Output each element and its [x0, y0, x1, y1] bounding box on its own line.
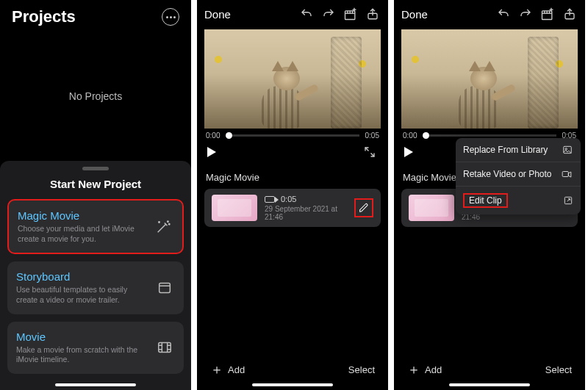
start-new-project-sheet: Start New Project Magic Movie Choose you… — [0, 161, 191, 390]
clip-thumbnail — [212, 195, 257, 221]
wand-icon — [153, 217, 173, 237]
select-button[interactable]: Select — [545, 364, 572, 375]
decoration — [331, 37, 362, 129]
decoration — [528, 37, 559, 129]
photo-icon — [562, 145, 573, 155]
home-indicator[interactable] — [252, 383, 333, 386]
add-label: Add — [228, 364, 245, 375]
time-start: 0:00 — [403, 131, 417, 140]
clip-date: 29 September 2021 at 21:46 — [265, 205, 347, 221]
phone-editor-menu: Done — [394, 0, 585, 390]
done-button[interactable]: Done — [204, 8, 231, 21]
undo-icon[interactable] — [298, 6, 315, 22]
decoration — [445, 62, 512, 129]
home-indicator[interactable] — [449, 383, 530, 386]
menu-label: Edit Clip — [463, 193, 508, 208]
camera-icon — [560, 169, 573, 179]
card-movie-title: Movie — [16, 331, 147, 343]
video-icon — [265, 196, 275, 203]
editor-header: Done — [394, 0, 585, 28]
media-add-icon[interactable] — [343, 6, 359, 22]
projects-title: Projects — [12, 7, 76, 26]
menu-label: Replace From Library — [463, 145, 548, 155]
menu-edit-clip[interactable]: Edit Clip — [456, 187, 581, 214]
svg-rect-5 — [159, 343, 171, 353]
menu-replace-from-library[interactable]: Replace From Library — [456, 138, 581, 162]
sheet-grabber[interactable] — [82, 167, 109, 170]
menu-retake-video-or-photo[interactable]: Retake Video or Photo — [456, 162, 581, 187]
phone-projects: Projects No Projects Start New Project M… — [0, 0, 191, 390]
select-button[interactable]: Select — [348, 364, 375, 375]
done-button[interactable]: Done — [401, 8, 428, 21]
plus-icon: ＋ — [407, 364, 420, 375]
menu-label: Retake Video or Photo — [463, 169, 552, 179]
storyboard-icon — [154, 278, 175, 298]
card-storyboard-desc: Use beautiful templates to easily create… — [16, 285, 147, 305]
no-projects-label: No Projects — [0, 31, 191, 161]
svg-rect-3 — [159, 284, 171, 293]
decoration — [412, 56, 419, 63]
section-title: Magic Movie — [197, 166, 388, 189]
share-icon[interactable] — [562, 6, 578, 22]
media-add-icon[interactable] — [539, 6, 556, 22]
projects-header: Projects — [0, 0, 191, 31]
svg-rect-30 — [562, 172, 568, 177]
redo-icon[interactable] — [517, 6, 534, 22]
film-icon — [154, 337, 175, 358]
phone-editor: Done — [197, 0, 388, 390]
svg-point-29 — [565, 148, 567, 150]
card-magic-movie-desc: Choose your media and let iMovie create … — [18, 224, 146, 244]
card-magic-movie[interactable]: Magic Movie Choose your media and let iM… — [7, 199, 184, 254]
redo-icon[interactable] — [320, 6, 337, 22]
fullscreen-icon[interactable] — [362, 144, 378, 160]
scrub-track[interactable] — [226, 134, 359, 137]
home-indicator[interactable] — [55, 383, 136, 386]
clip-row[interactable]: 0:05 29 September 2021 at 21:46 — [204, 189, 381, 227]
time-end: 0:05 — [365, 131, 379, 140]
video-preview[interactable] — [401, 29, 578, 129]
card-storyboard[interactable]: Storyboard Use beautiful templates to ea… — [7, 261, 184, 314]
more-icon[interactable] — [162, 8, 179, 26]
add-button[interactable]: ＋ Add — [407, 364, 442, 375]
sheet-title: Start New Project — [7, 178, 184, 190]
card-movie-desc: Make a movie from scratch with the iMovi… — [16, 345, 147, 365]
card-storyboard-title: Storyboard — [16, 270, 147, 283]
plus-icon: ＋ — [210, 364, 223, 375]
clip-thumbnail — [409, 195, 454, 221]
svg-point-1 — [169, 223, 170, 224]
card-movie[interactable]: Movie Make a movie from scratch with the… — [7, 322, 184, 374]
clip-context-menu: Replace From Library Retake Video or Pho… — [456, 138, 581, 214]
decoration — [248, 62, 315, 129]
edit-clip-button[interactable] — [354, 198, 373, 217]
scrub-handle[interactable] — [226, 132, 232, 139]
play-icon[interactable] — [404, 147, 413, 157]
scrubber[interactable]: 0:00 0:05 — [197, 129, 388, 140]
scrub-track[interactable] — [423, 134, 556, 137]
scrub-handle[interactable] — [423, 132, 429, 139]
time-start: 0:00 — [206, 131, 220, 140]
svg-point-2 — [159, 222, 159, 223]
play-icon[interactable] — [207, 147, 216, 157]
undo-icon[interactable] — [495, 6, 512, 22]
video-preview[interactable] — [204, 29, 381, 129]
card-magic-movie-title: Magic Movie — [18, 209, 146, 222]
share-icon[interactable] — [365, 6, 381, 22]
add-label: Add — [425, 364, 442, 375]
decoration — [215, 56, 222, 63]
add-button[interactable]: ＋ Add — [210, 364, 245, 375]
clip-duration: 0:05 — [281, 195, 296, 203]
svg-point-0 — [168, 221, 168, 222]
editor-header: Done — [197, 0, 388, 28]
open-icon — [563, 195, 573, 206]
